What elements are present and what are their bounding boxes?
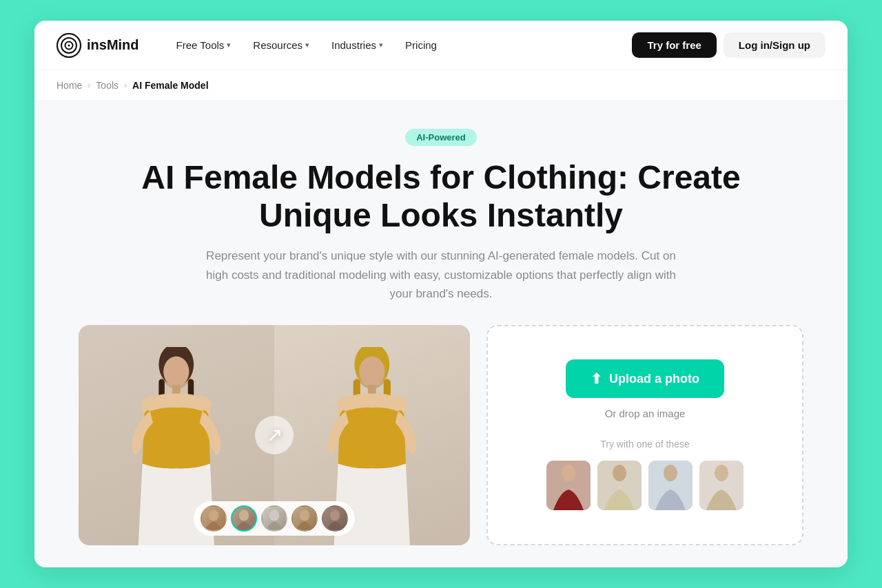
breadcrumb-home[interactable]: Home (57, 80, 82, 91)
logo-icon (57, 33, 81, 58)
sample-image-1[interactable] (546, 461, 591, 510)
demo-area: ↗ (57, 325, 825, 567)
upload-icon: ⬆ (591, 370, 602, 387)
avatar-3[interactable] (261, 505, 287, 532)
breadcrumb-sep-2: › (124, 81, 127, 90)
svg-point-3 (68, 44, 70, 46)
svg-point-22 (562, 465, 575, 481)
avatar-strip (194, 501, 355, 536)
sample-image-3[interactable] (648, 461, 693, 510)
navbar: insMind Free Tools ▾ Resources ▾ Industr… (34, 21, 848, 70)
model-preview: ↗ (79, 325, 470, 545)
nav-item-free-tools[interactable]: Free Tools ▾ (167, 34, 241, 56)
svg-point-17 (239, 510, 249, 521)
try-text: Try with one of these (600, 439, 689, 450)
sample-image-2[interactable] (597, 461, 642, 510)
nav-item-industries[interactable]: Industries ▾ (322, 34, 393, 56)
svg-point-14 (359, 357, 384, 387)
breadcrumb-sep-1: › (88, 81, 90, 90)
avatar-2[interactable] (231, 505, 257, 532)
logo-text: insMind (87, 37, 139, 53)
sample-images (546, 461, 743, 510)
nav-item-pricing[interactable]: Pricing (396, 34, 447, 56)
page-wrapper: insMind Free Tools ▾ Resources ▾ Industr… (34, 21, 848, 567)
chevron-down-icon: ▾ (305, 41, 309, 50)
breadcrumb: Home › Tools › AI Female Model (34, 70, 848, 101)
try-free-button[interactable]: Try for free (632, 32, 716, 58)
sample-image-4[interactable] (699, 461, 743, 510)
breadcrumb-tools[interactable]: Tools (96, 80, 119, 91)
logo[interactable]: insMind (57, 33, 139, 58)
svg-point-24 (613, 465, 626, 481)
svg-point-28 (715, 465, 728, 481)
hero-subtitle: Represent your brand's unique style with… (200, 246, 682, 303)
svg-point-26 (664, 465, 677, 481)
svg-point-8 (163, 357, 189, 387)
avatar-4[interactable] (291, 505, 318, 532)
svg-point-18 (269, 510, 279, 521)
nav-item-resources[interactable]: Resources ▾ (243, 34, 319, 56)
upload-button[interactable]: ⬆ Upload a photo (566, 359, 724, 398)
page-title: AI Female Models for Clothing: Create Un… (131, 158, 751, 234)
chevron-down-icon: ▾ (227, 41, 231, 50)
transform-arrow: ↗ (255, 416, 294, 454)
breadcrumb-current: AI Female Model (132, 80, 208, 91)
svg-point-19 (300, 510, 309, 521)
drop-text: Or drop an image (605, 408, 686, 419)
nav-links: Free Tools ▾ Resources ▾ Industries ▾ Pr… (167, 34, 633, 56)
avatar-1[interactable] (201, 505, 227, 532)
upload-panel: ⬆ Upload a photo Or drop an image Try wi… (486, 325, 803, 545)
svg-point-20 (330, 510, 340, 521)
chevron-down-icon: ▾ (379, 41, 383, 50)
login-button[interactable]: Log in/Sign up (724, 32, 825, 58)
ai-badge: AI-Powered (405, 129, 477, 146)
nav-actions: Try for free Log in/Sign up (632, 32, 825, 58)
hero-section: AI-Powered AI Female Models for Clothing… (34, 101, 848, 567)
svg-point-16 (209, 510, 218, 521)
avatar-5[interactable] (322, 505, 348, 532)
